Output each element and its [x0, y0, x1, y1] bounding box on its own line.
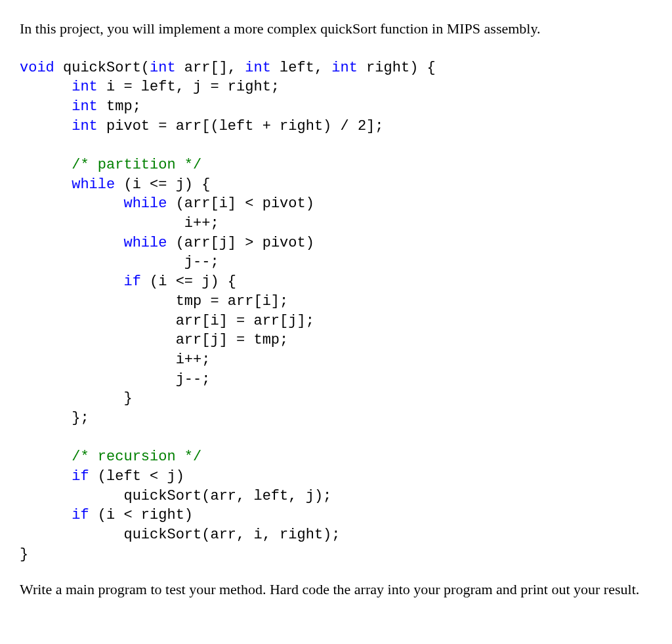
indent [20, 468, 72, 485]
code-text: }; [72, 410, 89, 426]
code-line-12: if (i <= j) { [20, 273, 236, 290]
indent [20, 118, 72, 134]
code-text: i++; [176, 352, 211, 368]
indent [20, 371, 176, 388]
indent [20, 332, 176, 348]
code-text: left, [271, 60, 331, 76]
indent [20, 235, 123, 251]
comment-recursion: /* recursion */ [72, 449, 201, 465]
code-text: (left < j) [89, 468, 184, 485]
code-line-18: } [20, 390, 133, 407]
code-text: (i <= j) { [115, 176, 210, 193]
keyword-int: int [72, 79, 98, 95]
keyword-int: int [245, 60, 271, 76]
code-line-02: int i = left, j = right; [20, 79, 280, 95]
outro-text: Write a main program to test your method… [20, 580, 652, 599]
keyword-int: int [150, 60, 176, 76]
code-line-24: if (i < right) [20, 507, 193, 523]
code-text: i = left, j = right; [98, 79, 280, 95]
code-line-07: while (i <= j) { [20, 176, 210, 193]
intro-text: In this project, you will implement a mo… [20, 20, 652, 39]
code-text: quickSort( [54, 60, 150, 76]
indent [20, 390, 123, 407]
code-line-26: } [20, 546, 28, 563]
indent [20, 313, 176, 329]
code-text: tmp = arr[i]; [176, 293, 289, 310]
code-line-14: arr[i] = arr[j]; [20, 313, 314, 329]
code-line-16: i++; [20, 352, 210, 368]
indent [20, 352, 176, 368]
code-line-10: while (arr[j] > pivot) [20, 235, 314, 251]
keyword-int: int [72, 118, 98, 134]
keyword-while: while [123, 235, 167, 251]
keyword-int: int [72, 98, 98, 115]
code-text: (arr[i] < pivot) [167, 195, 314, 212]
code-text: quickSort(arr, i, right); [123, 527, 340, 543]
code-text: j--; [176, 371, 211, 388]
indent [20, 527, 123, 543]
indent [20, 293, 176, 310]
code-block: void quickSort(int arr[], int left, int … [20, 58, 652, 565]
code-text: pivot = arr[(left + right) / 2]; [98, 118, 384, 134]
code-text: arr[], [176, 60, 245, 76]
code-text: tmp; [98, 98, 141, 115]
indent [20, 98, 72, 115]
keyword-void: void [20, 60, 54, 76]
code-line-17: j--; [20, 371, 210, 388]
indent [20, 507, 72, 523]
keyword-while: while [123, 195, 167, 212]
indent [20, 176, 72, 193]
keyword-if: if [123, 273, 140, 290]
keyword-while: while [72, 176, 115, 193]
indent [20, 449, 72, 465]
code-text: (arr[j] > pivot) [167, 235, 314, 251]
code-text: arr[j] = tmp; [176, 332, 289, 348]
code-line-13: tmp = arr[i]; [20, 293, 288, 310]
indent [20, 157, 72, 173]
code-line-03: int tmp; [20, 98, 141, 115]
code-line-19: }; [20, 410, 89, 426]
code-line-08: while (arr[i] < pivot) [20, 195, 314, 212]
code-text: (i < right) [89, 507, 193, 523]
code-text: quickSort(arr, left, j); [123, 488, 331, 504]
code-line-21: /* recursion */ [20, 449, 201, 465]
code-text: i++; [184, 215, 219, 231]
keyword-if: if [72, 507, 89, 523]
indent [20, 488, 123, 504]
code-text: } [20, 546, 28, 563]
indent [20, 273, 123, 290]
code-line-25: quickSort(arr, i, right); [20, 527, 341, 543]
indent [20, 215, 184, 231]
code-line-09: i++; [20, 215, 219, 231]
keyword-int: int [331, 60, 358, 76]
code-line-22: if (left < j) [20, 468, 184, 485]
code-text: arr[i] = arr[j]; [176, 313, 314, 329]
indent [20, 79, 72, 95]
comment-partition: /* partition */ [72, 157, 201, 173]
code-line-01: void quickSort(int arr[], int left, int … [20, 60, 436, 76]
keyword-if: if [72, 468, 89, 485]
code-text: j--; [184, 254, 219, 270]
code-line-11: j--; [20, 254, 219, 270]
indent [20, 195, 123, 212]
code-text: (i <= j) { [141, 273, 236, 290]
code-text: right) { [358, 60, 436, 76]
code-line-06: /* partition */ [20, 157, 201, 173]
code-text: } [123, 390, 132, 407]
indent [20, 254, 184, 270]
code-line-04: int pivot = arr[(left + right) / 2]; [20, 118, 384, 134]
code-line-15: arr[j] = tmp; [20, 332, 288, 348]
code-line-23: quickSort(arr, left, j); [20, 488, 331, 504]
indent [20, 410, 72, 426]
